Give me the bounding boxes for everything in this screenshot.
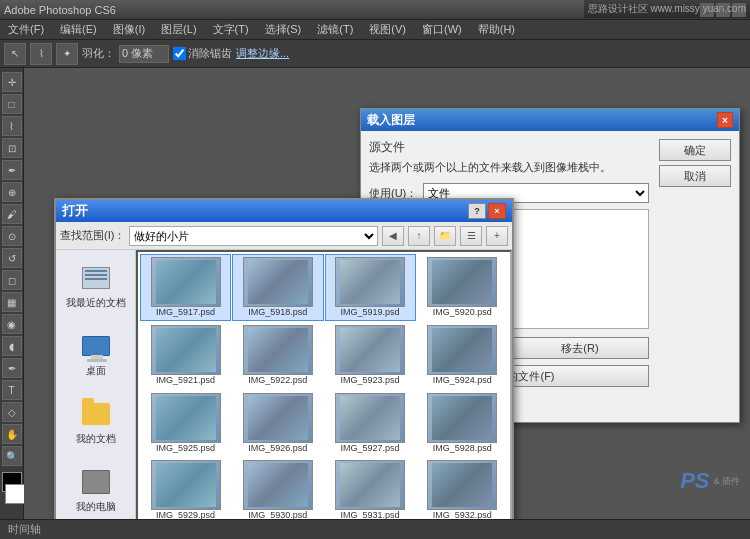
eraser-tool[interactable]: ◻ [2, 270, 22, 290]
feather-label: 羽化： [82, 46, 115, 61]
tool-magic-btn[interactable]: ✦ [56, 43, 78, 65]
branding: 思路设计社区 www.missy yuan.com [584, 0, 750, 18]
nav-folder-btn[interactable]: 📁 [434, 226, 456, 246]
heal-tool[interactable]: ⊕ [2, 182, 22, 202]
anti-alias-label: 消除锯齿 [188, 46, 232, 61]
background-color[interactable] [5, 484, 25, 504]
file-item[interactable]: IMG_5932.psd [417, 457, 508, 519]
load-layers-action-buttons: 确定 取消 [659, 139, 731, 187]
clone-tool[interactable]: ⊙ [2, 226, 22, 246]
sidebar-recent-docs[interactable]: 我最近的文档 [62, 258, 130, 314]
menu-window[interactable]: 窗口(W) [418, 21, 466, 38]
menu-image[interactable]: 图像(I) [109, 21, 149, 38]
blur-tool[interactable]: ◉ [2, 314, 22, 334]
file-item[interactable]: IMG_5923.psd [325, 322, 416, 389]
dodge-tool[interactable]: ◖ [2, 336, 22, 356]
text-tool[interactable]: T [2, 380, 22, 400]
lasso-tool[interactable]: ⌇ [2, 116, 22, 136]
file-item[interactable]: IMG_5931.psd [325, 457, 416, 519]
sidebar-computer-label: 我的电脑 [76, 500, 116, 514]
ps-logo-sub: & 插件 [713, 475, 740, 488]
file-item[interactable]: IMG_5926.psd [232, 390, 323, 457]
status-bar: 时间轴 [0, 519, 750, 539]
menu-file[interactable]: 文件(F) [4, 21, 48, 38]
load-layers-title: 载入图层 [367, 112, 415, 129]
file-item[interactable]: IMG_5928.psd [417, 390, 508, 457]
load-layers-section-label: 源文件 [369, 139, 649, 156]
file-item[interactable]: IMG_5920.psd [417, 254, 508, 321]
left-toolbar: ✛ □ ⌇ ⊡ ✒ ⊕ 🖌 ⊙ ↺ ◻ ▦ ◉ ◖ ✒ T ◇ ✋ 🔍 [0, 68, 24, 519]
file-item[interactable]: IMG_5921.psd [140, 322, 231, 389]
ps-logo-area: PS & 插件 [680, 468, 740, 494]
sidebar-desktop[interactable]: 桌面 [76, 326, 116, 382]
file-item[interactable]: IMG_5917.psd [140, 254, 231, 321]
open-dialog-title-bar: 打开 ? × [56, 200, 512, 222]
open-dialog-close-btn[interactable]: × [488, 203, 506, 219]
history-tool[interactable]: ↺ [2, 248, 22, 268]
menu-edit[interactable]: 编辑(E) [56, 21, 101, 38]
menu-text[interactable]: 文字(T) [209, 21, 253, 38]
canvas-area: PS & 插件 载入图层 × 确定 取消 源文件 选择两个或两个以上的文件来载入… [24, 68, 750, 519]
brush-tool[interactable]: 🖌 [2, 204, 22, 224]
ps-logo: PS [680, 468, 709, 494]
view-toggle-btn[interactable]: ☰ [460, 226, 482, 246]
open-dialog-help-btn[interactable]: ? [468, 203, 486, 219]
pen-tool[interactable]: ✒ [2, 358, 22, 378]
move-tool[interactable]: ✛ [2, 72, 22, 92]
gradient-tool[interactable]: ▦ [2, 292, 22, 312]
menu-select[interactable]: 选择(S) [261, 21, 306, 38]
file-item[interactable]: IMG_5924.psd [417, 322, 508, 389]
file-grid: IMG_5917.psdIMG_5918.psdIMG_5919.psdIMG_… [140, 254, 508, 519]
file-item[interactable]: IMG_5929.psd [140, 457, 231, 519]
open-dialog-sidebar: 我最近的文档 桌面 [56, 250, 136, 519]
menu-layer[interactable]: 图层(L) [157, 21, 200, 38]
menu-filter[interactable]: 滤镜(T) [313, 21, 357, 38]
hand-tool[interactable]: ✋ [2, 424, 22, 444]
sidebar-my-docs[interactable]: 我的文档 [72, 394, 120, 450]
computer-icon [80, 466, 112, 498]
anti-alias-checkbox[interactable] [173, 47, 186, 60]
eyedrop-tool[interactable]: ✒ [2, 160, 22, 180]
tool-select-btn[interactable]: ↖ [4, 43, 26, 65]
feather-input[interactable] [119, 45, 169, 63]
menu-help[interactable]: 帮助(H) [474, 21, 519, 38]
new-folder-btn[interactable]: + [486, 226, 508, 246]
file-item[interactable]: IMG_5918.psd [232, 254, 323, 321]
adjust-edge-btn[interactable]: 调整边缘... [236, 46, 289, 61]
load-layers-remove-btn[interactable]: 移去(R) [511, 337, 649, 359]
sidebar-desktop-label: 桌面 [86, 364, 106, 378]
load-layers-description: 选择两个或两个以上的文件来载入到图像堆栈中。 [369, 160, 649, 175]
open-dialog-file-list[interactable]: IMG_5917.psdIMG_5918.psdIMG_5919.psdIMG_… [136, 250, 512, 519]
zoom-tool[interactable]: 🔍 [2, 446, 22, 466]
file-item[interactable]: IMG_5925.psd [140, 390, 231, 457]
load-layers-close-btn[interactable]: × [717, 112, 733, 128]
file-item[interactable]: IMG_5927.psd [325, 390, 416, 457]
open-dialog-title-text: 打开 [62, 202, 88, 220]
load-layers-cancel-btn[interactable]: 取消 [659, 165, 731, 187]
file-item[interactable]: IMG_5922.psd [232, 322, 323, 389]
look-in-select[interactable]: 做好的小片 [129, 226, 378, 246]
sidebar-recent-label: 我最近的文档 [66, 296, 126, 310]
crop-tool[interactable]: ⊡ [2, 138, 22, 158]
documents-icon [80, 398, 112, 430]
menu-bar: 文件(F) 编辑(E) 图像(I) 图层(L) 文字(T) 选择(S) 滤镜(T… [0, 20, 750, 40]
desktop-icon [80, 330, 112, 362]
look-in-label: 查找范围(I)： [60, 228, 125, 243]
open-dialog-win-buttons: ? × [468, 203, 506, 219]
sidebar-my-computer[interactable]: 我的电脑 [72, 462, 120, 518]
file-item[interactable]: IMG_5930.psd [232, 457, 323, 519]
tool-lasso-btn[interactable]: ⌇ [30, 43, 52, 65]
status-text: 时间轴 [8, 522, 41, 537]
menu-view[interactable]: 视图(V) [365, 21, 410, 38]
load-layers-title-bar: 载入图层 × [361, 109, 739, 131]
nav-up-btn[interactable]: ↑ [408, 226, 430, 246]
title-bar: Adobe Photoshop CS6 思路设计社区 www.missy yua… [0, 0, 750, 20]
open-file-dialog: 打开 ? × 查找范围(I)： 做好的小片 ◀ ↑ 📁 ☰ + [54, 198, 514, 519]
load-layers-ok-btn[interactable]: 确定 [659, 139, 731, 161]
sidebar-docs-label: 我的文档 [76, 432, 116, 446]
file-item[interactable]: IMG_5919.psd [325, 254, 416, 321]
select-tool[interactable]: □ [2, 94, 22, 114]
shape-tool[interactable]: ◇ [2, 402, 22, 422]
recent-icon [80, 262, 112, 294]
nav-back-btn[interactable]: ◀ [382, 226, 404, 246]
